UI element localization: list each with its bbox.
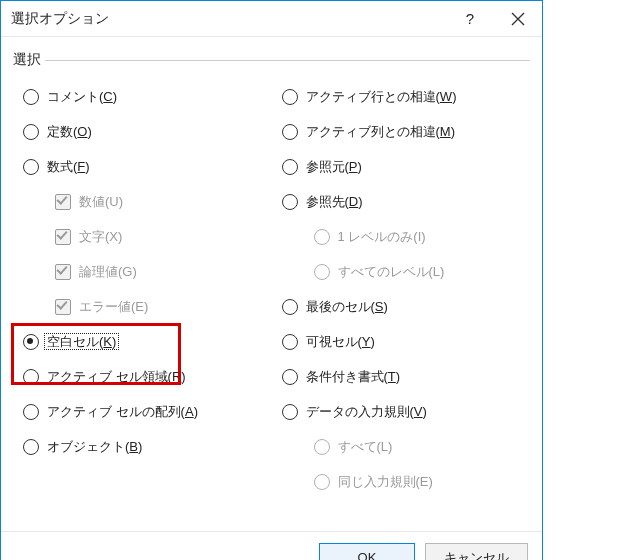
radio-icon xyxy=(23,439,39,455)
option-label: コメント(C) xyxy=(47,88,117,106)
option-label: アクティブ セルの配列(A) xyxy=(47,403,198,421)
option-col-differences[interactable]: アクティブ列との相違(M) xyxy=(272,114,531,149)
radio-icon xyxy=(23,404,39,420)
option-dependents[interactable]: 参照先(D) xyxy=(272,184,531,219)
button-label: キャンセル xyxy=(444,549,509,561)
radio-icon xyxy=(23,124,39,140)
group-legend: 選択 xyxy=(9,51,45,69)
option-conditional-formats[interactable]: 条件付き書式(T) xyxy=(272,359,531,394)
option-label: 定数(O) xyxy=(47,123,92,141)
select-group: 選択 コメント(C) 定数(O) 数式(F) 数値(U) xyxy=(13,51,530,499)
checkbox-logicals: 論理値(G) xyxy=(13,254,272,289)
option-validation-same: 同じ入力規則(E) xyxy=(272,464,531,499)
checkbox-label: エラー値(E) xyxy=(79,298,148,316)
left-column: コメント(C) 定数(O) 数式(F) 数値(U) 文字(X) xyxy=(13,79,272,499)
option-data-validation[interactable]: データの入力規則(V) xyxy=(272,394,531,429)
option-label: アクティブ セル領域(R) xyxy=(47,368,186,386)
option-all-levels: すべてのレベル(L) xyxy=(272,254,531,289)
option-label: 参照先(D) xyxy=(306,193,363,211)
option-label: データの入力規則(V) xyxy=(306,403,427,421)
checkbox-label: 論理値(G) xyxy=(79,263,137,281)
option-direct-only: 1 レベルのみ(I) xyxy=(272,219,531,254)
radio-icon xyxy=(282,89,298,105)
option-row-differences[interactable]: アクティブ行との相違(W) xyxy=(272,79,531,114)
option-label: 条件付き書式(T) xyxy=(306,368,401,386)
checkbox-numbers: 数値(U) xyxy=(13,184,272,219)
checkbox-label: 数値(U) xyxy=(79,193,123,211)
option-label: 参照元(P) xyxy=(306,158,362,176)
option-formulas[interactable]: 数式(F) xyxy=(13,149,272,184)
option-label: オブジェクト(B) xyxy=(47,438,142,456)
radio-icon xyxy=(282,299,298,315)
close-button[interactable] xyxy=(494,1,542,37)
titlebar: 選択オプション ? xyxy=(1,1,542,37)
option-precedents[interactable]: 参照元(P) xyxy=(272,149,531,184)
option-current-region[interactable]: アクティブ セル領域(R) xyxy=(13,359,272,394)
radio-icon xyxy=(282,369,298,385)
go-to-special-dialog: 選択オプション ? 選択 コメント(C) 定数(O) xyxy=(0,0,543,560)
cancel-button[interactable]: キャンセル xyxy=(425,543,528,561)
radio-icon xyxy=(314,229,330,245)
option-label: アクティブ行との相違(W) xyxy=(306,88,457,106)
radio-icon xyxy=(23,89,39,105)
help-button[interactable]: ? xyxy=(446,1,494,37)
option-validation-all: すべて(L) xyxy=(272,429,531,464)
help-icon: ? xyxy=(466,10,474,27)
option-current-array[interactable]: アクティブ セルの配列(A) xyxy=(13,394,272,429)
option-label: アクティブ列との相違(M) xyxy=(306,123,456,141)
option-visible-cells[interactable]: 可視セル(Y) xyxy=(272,324,531,359)
radio-icon xyxy=(314,439,330,455)
option-comments[interactable]: コメント(C) xyxy=(13,79,272,114)
radio-icon xyxy=(282,334,298,350)
option-objects[interactable]: オブジェクト(B) xyxy=(13,429,272,464)
button-label: OK xyxy=(358,550,377,560)
checkbox-icon xyxy=(55,264,71,280)
option-label: 同じ入力規則(E) xyxy=(338,473,433,491)
option-constants[interactable]: 定数(O) xyxy=(13,114,272,149)
radio-icon xyxy=(282,159,298,175)
right-column: アクティブ行との相違(W) アクティブ列との相違(M) 参照元(P) 参照先(D… xyxy=(272,79,531,499)
options-columns: コメント(C) 定数(O) 数式(F) 数値(U) 文字(X) xyxy=(13,69,530,499)
close-icon xyxy=(511,12,525,26)
option-last-cell[interactable]: 最後のセル(S) xyxy=(272,289,531,324)
checkbox-errors: エラー値(E) xyxy=(13,289,272,324)
dialog-title: 選択オプション xyxy=(11,10,446,28)
option-label: 数式(F) xyxy=(47,158,90,176)
checkbox-label: 文字(X) xyxy=(79,228,122,246)
option-label: 可視セル(Y) xyxy=(306,333,375,351)
radio-icon xyxy=(282,194,298,210)
checkbox-icon xyxy=(55,229,71,245)
checkbox-icon xyxy=(55,194,71,210)
checkbox-icon xyxy=(55,299,71,315)
button-bar: OK キャンセル xyxy=(1,531,542,560)
option-blanks[interactable]: 空白セル(K) xyxy=(13,324,272,359)
radio-icon xyxy=(282,124,298,140)
checkbox-text: 文字(X) xyxy=(13,219,272,254)
radio-icon xyxy=(314,264,330,280)
radio-icon xyxy=(23,159,39,175)
radio-icon xyxy=(23,369,39,385)
option-label: すべて(L) xyxy=(338,438,393,456)
option-label: 1 レベルのみ(I) xyxy=(338,228,426,246)
ok-button[interactable]: OK xyxy=(319,543,415,561)
radio-icon xyxy=(282,404,298,420)
option-label: 空白セル(K) xyxy=(47,333,119,351)
radio-icon xyxy=(314,474,330,490)
radio-icon xyxy=(23,334,39,350)
option-label: すべてのレベル(L) xyxy=(338,263,445,281)
option-label: 最後のセル(S) xyxy=(306,298,388,316)
